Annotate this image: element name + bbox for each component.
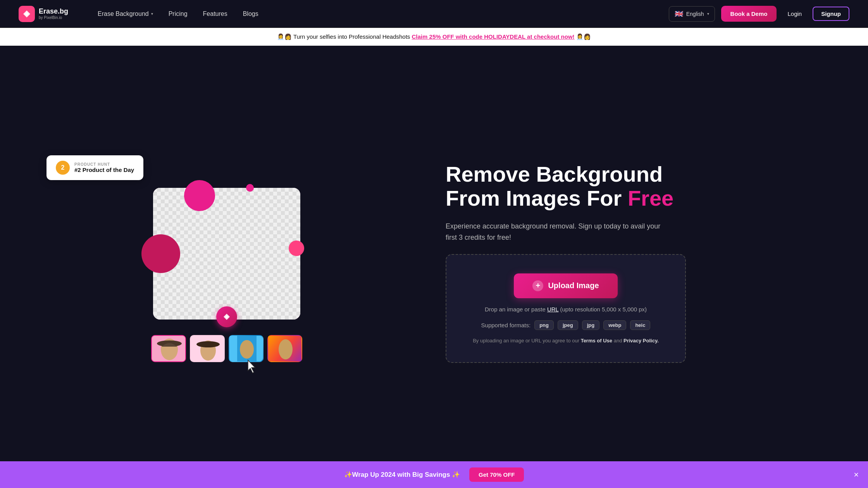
hero-title: Remove Background From Images For Free	[446, 162, 837, 210]
format-jpeg: jpeg	[558, 320, 578, 330]
thumbnail-4[interactable]	[267, 335, 302, 362]
bottom-banner: ✨Wrap Up 2024 with Big Savings ✨ Get 70%…	[0, 461, 868, 488]
formats-label: Supported formats:	[481, 322, 531, 328]
format-png: png	[534, 320, 554, 330]
logo-subtitle: by PixelBin.io	[39, 15, 68, 20]
language-label: English	[686, 11, 704, 17]
terms-of-use-link[interactable]: Terms of Use	[581, 338, 612, 344]
product-hunt-badge: 2 PRODUCT HUNT #2 Product of the Day	[46, 155, 143, 180]
signup-button[interactable]: Signup	[813, 7, 849, 21]
hero-left: 2 PRODUCT HUNT #2 Product of the Day	[31, 155, 422, 370]
plus-icon: +	[532, 280, 543, 291]
thumb-2-preview	[191, 336, 225, 362]
ph-text: PRODUCT HUNT #2 Product of the Day	[74, 162, 134, 173]
main-image-container	[153, 188, 300, 320]
announcement-text: 👩‍💼👩 Turn your selfies into Professional…	[277, 33, 591, 40]
nav-right: 🇬🇧 English ▾ Book a Demo Login Signup	[669, 6, 849, 22]
deco-circle-left	[141, 234, 180, 273]
navbar: Erase.bg by PixelBin.io Erase Background…	[0, 0, 868, 28]
hero-title-highlight: Free	[628, 186, 673, 210]
nav-link-features[interactable]: Features	[197, 7, 234, 21]
deco-circle-large	[184, 180, 215, 211]
login-button[interactable]: Login	[783, 7, 806, 20]
terms-text: By uploading an image or URL you agree t…	[473, 338, 659, 344]
deco-circle-small	[246, 184, 254, 192]
hero-right: Remove Background From Images For Free E…	[446, 162, 837, 363]
deal-link[interactable]: Claim 25% OFF with code HOLIDAYDEAL at c…	[412, 33, 575, 40]
banner-text: ✨Wrap Up 2024 with Big Savings ✨	[344, 471, 460, 479]
nav-link-erase-background[interactable]: Erase Background ▾	[91, 7, 159, 21]
upload-image-button[interactable]: + Upload Image	[514, 273, 617, 298]
banner-cta-button[interactable]: Get 70% OFF	[469, 467, 524, 482]
logo-badge-icon	[221, 311, 232, 322]
svg-point-15	[240, 340, 254, 359]
nav-link-pricing[interactable]: Pricing	[162, 7, 194, 21]
hero-subtitle: Experience accurate background removal. …	[446, 221, 670, 243]
logo-icon	[19, 6, 35, 22]
logo-title: Erase.bg	[39, 8, 68, 15]
announcement-bar: 👩‍💼👩 Turn your selfies into Professional…	[0, 28, 868, 46]
banner-close-button[interactable]: ×	[854, 470, 859, 480]
svg-point-17	[279, 339, 293, 359]
deco-circle-right	[289, 241, 304, 256]
url-link[interactable]: URL	[547, 306, 558, 313]
ph-label: PRODUCT HUNT	[74, 162, 134, 167]
ph-title: #2 Product of the Day	[74, 167, 134, 173]
logo[interactable]: Erase.bg by PixelBin.io	[19, 6, 68, 22]
chevron-down-icon: ▾	[707, 12, 709, 16]
upload-area: + Upload Image Drop an image or paste UR…	[446, 254, 686, 363]
pixelbin-logo-badge	[216, 306, 237, 327]
flag-icon: 🇬🇧	[675, 10, 683, 18]
thumbnail-2[interactable]	[190, 335, 225, 362]
thumbnail-1[interactable]	[151, 335, 186, 362]
privacy-policy-link[interactable]: Privacy Policy.	[623, 338, 659, 344]
drop-text: Drop an image or paste URL (upto resolut…	[485, 306, 647, 313]
format-webp: webp	[603, 320, 626, 330]
thumbnail-strip	[151, 335, 302, 362]
nav-links: Erase Background ▾ Pricing Features Blog…	[91, 7, 669, 21]
ph-number: 2	[56, 161, 70, 175]
formats-row: Supported formats: png jpeg jpg webp hei…	[481, 320, 651, 330]
language-selector[interactable]: 🇬🇧 English ▾	[669, 6, 715, 22]
thumb-1-preview	[152, 336, 186, 362]
format-jpg: jpg	[582, 320, 600, 330]
chevron-down-icon: ▾	[151, 12, 153, 16]
cursor-icon	[246, 358, 258, 374]
book-demo-button[interactable]: Book a Demo	[721, 6, 777, 22]
hero-section: 2 PRODUCT HUNT #2 Product of the Day	[0, 46, 868, 479]
nav-link-blogs[interactable]: Blogs	[237, 7, 265, 21]
format-heic: heic	[630, 320, 650, 330]
thumb-4-preview	[268, 336, 302, 362]
svg-point-12	[196, 341, 220, 347]
